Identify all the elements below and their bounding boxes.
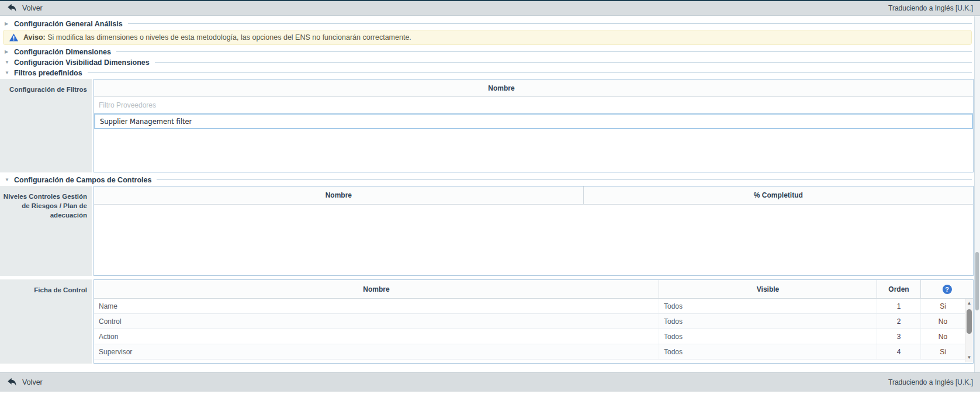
back-button-label: Volver bbox=[22, 378, 43, 386]
filtros-table: Nombre Filtro Proveedores Supplier Manag… bbox=[94, 79, 974, 172]
back-button-label: Volver bbox=[22, 4, 43, 12]
help-icon[interactable]: ? bbox=[943, 285, 952, 294]
section-title: Filtros predefinidos bbox=[14, 69, 82, 77]
ficha-table-scrollbar[interactable]: ▲ ▼ bbox=[965, 299, 973, 362]
warning-title: Aviso: bbox=[23, 33, 46, 42]
ficha-table: Nombre Visible Orden ? Name Todos 1 Si C… bbox=[94, 279, 974, 364]
cell-nombre: Supervisor bbox=[94, 344, 659, 359]
warning-text: Aviso: Si modifica las dimensiones o niv… bbox=[23, 33, 411, 42]
back-button-bottom[interactable]: Volver bbox=[7, 378, 43, 388]
ficha-header-help: ? bbox=[921, 280, 973, 298]
niveles-field-label-text: Niveles Controles Gestión de Riesgos / P… bbox=[4, 193, 87, 219]
filtros-header-nombre: Nombre bbox=[488, 84, 514, 92]
ficha-header-visible: Visible bbox=[659, 280, 877, 298]
filtros-row-placeholder[interactable]: Filtro Proveedores bbox=[94, 97, 973, 113]
table-row[interactable]: Name Todos 1 Si bbox=[94, 299, 973, 314]
section-rule bbox=[88, 72, 972, 73]
warning-body: Si modifica las dimensiones o niveles de… bbox=[47, 33, 411, 42]
back-arrow-icon bbox=[7, 4, 17, 13]
section-rule bbox=[116, 51, 972, 52]
expand-triangle-icon: ▼ bbox=[5, 177, 14, 182]
section-title: Configuración de Campos de Controles bbox=[14, 176, 151, 184]
table-row[interactable]: Control Todos 2 No bbox=[94, 314, 973, 329]
cell-visible: Todos bbox=[659, 314, 877, 329]
section-header-filtros-predefinidos[interactable]: ▼ Filtros predefinidos bbox=[0, 68, 980, 77]
filtros-row-selected-input[interactable]: Supplier Management filter bbox=[94, 113, 973, 129]
expand-triangle-icon: ▼ bbox=[5, 70, 14, 75]
niveles-header-nombre: Nombre bbox=[94, 186, 584, 204]
bottom-toolbar: Volver Traduciendo a Inglés [U.K.] bbox=[0, 372, 980, 392]
section-header-configuracion-visibilidad-dimensiones[interactable]: ▼ Configuración Visibilidad Dimensiones bbox=[0, 58, 980, 67]
section-rule bbox=[155, 62, 972, 63]
top-toolbar: Volver Traduciendo a Inglés [U.K.] bbox=[0, 0, 980, 16]
filtros-field-label: Configuración de Filtros bbox=[0, 79, 92, 172]
page-scrollbar[interactable] bbox=[974, 16, 980, 372]
scroll-down-icon[interactable]: ▼ bbox=[965, 354, 973, 361]
cell-nombre: Name bbox=[94, 299, 659, 313]
cell-visible: Todos bbox=[659, 344, 877, 359]
section-title: Configuración Dimensiones bbox=[14, 48, 111, 56]
section-title: Configuración Visibilidad Dimensiones bbox=[14, 58, 150, 67]
table-row[interactable]: Action Todos 3 No bbox=[94, 329, 973, 344]
page-scrollbar-thumb[interactable] bbox=[975, 252, 979, 310]
ficha-table-header: Nombre Visible Orden ? bbox=[94, 280, 973, 299]
cell-visible: Todos bbox=[659, 329, 877, 344]
back-button-top[interactable]: Volver bbox=[7, 4, 43, 13]
filtros-field-label-text: Configuración de Filtros bbox=[9, 86, 87, 93]
collapse-triangle-icon: ▶ bbox=[5, 49, 14, 54]
methodology-config-page: Volver Traduciendo a Inglés [U.K.] ▶ Con… bbox=[0, 0, 980, 394]
warning-triangle-icon bbox=[9, 33, 18, 42]
translation-status: Traduciendo a Inglés [U.K.] bbox=[888, 4, 973, 12]
cell-orden: 2 bbox=[877, 314, 921, 329]
cell-visible: Todos bbox=[659, 299, 877, 313]
niveles-table: Nombre % Completitud bbox=[94, 186, 974, 276]
section-rule bbox=[128, 23, 972, 24]
section-header-configuracion-campos-controles[interactable]: ▼ Configuración de Campos de Controles bbox=[0, 175, 980, 184]
section-header-configuracion-dimensiones[interactable]: ▶ Configuración Dimensiones bbox=[0, 47, 980, 56]
scrollbar-thumb[interactable] bbox=[967, 309, 972, 334]
cell-nombre: Control bbox=[94, 314, 659, 329]
niveles-field-label: Niveles Controles Gestión de Riesgos / P… bbox=[0, 186, 92, 276]
niveles-table-header: Nombre % Completitud bbox=[94, 186, 973, 205]
cell-orden: 4 bbox=[877, 344, 921, 359]
ficha-header-orden: Orden bbox=[877, 280, 921, 298]
cell-nombre: Action bbox=[94, 329, 659, 344]
section-title: Configuración General Análisis bbox=[14, 20, 123, 28]
scroll-up-icon[interactable]: ▲ bbox=[965, 300, 973, 307]
section-header-configuracion-general-analisis[interactable]: ▶ Configuración General Análisis bbox=[0, 19, 980, 28]
section-rule bbox=[157, 179, 972, 180]
warning-banner: Aviso: Si modifica las dimensiones o niv… bbox=[3, 30, 972, 45]
niveles-header-completitud: % Completitud bbox=[584, 186, 973, 204]
filtros-table-header: Nombre bbox=[94, 80, 973, 97]
expand-triangle-icon: ▼ bbox=[5, 60, 14, 65]
niveles-content-row: Niveles Controles Gestión de Riesgos / P… bbox=[0, 186, 974, 276]
ficha-field-label-text: Ficha de Control bbox=[34, 286, 87, 293]
back-arrow-icon bbox=[7, 378, 17, 388]
translation-status: Traduciendo a Inglés [U.K.] bbox=[888, 378, 973, 386]
ficha-field-label: Ficha de Control bbox=[0, 279, 92, 364]
cell-orden: 1 bbox=[877, 299, 921, 313]
ficha-content-row: Ficha de Control Nombre Visible Orden ? … bbox=[0, 279, 974, 364]
ficha-header-nombre: Nombre bbox=[94, 280, 659, 298]
collapse-triangle-icon: ▶ bbox=[5, 21, 14, 26]
filtros-content-row: Configuración de Filtros Nombre Filtro P… bbox=[0, 79, 974, 172]
table-row[interactable]: Supervisor Todos 4 Si bbox=[94, 344, 973, 360]
cell-orden: 3 bbox=[877, 329, 921, 344]
